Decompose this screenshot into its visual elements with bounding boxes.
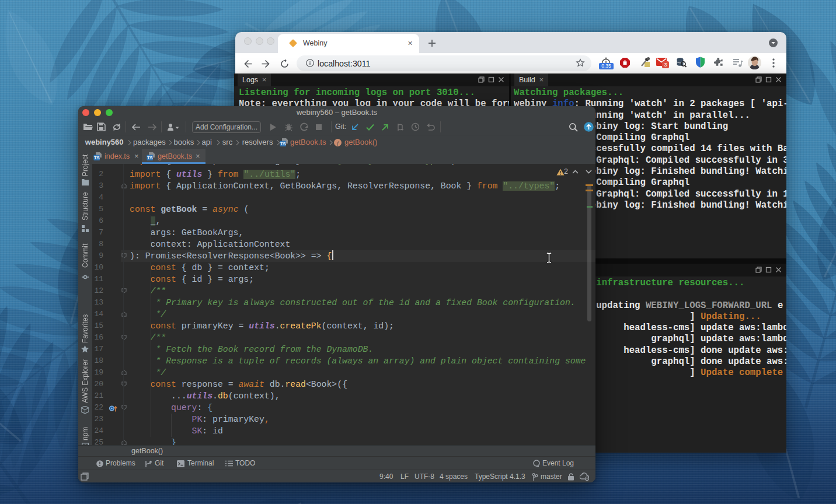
- svg-text:TS: TS: [94, 155, 100, 160]
- svg-text:TS: TS: [147, 155, 153, 160]
- svg-text:TS: TS: [280, 141, 286, 146]
